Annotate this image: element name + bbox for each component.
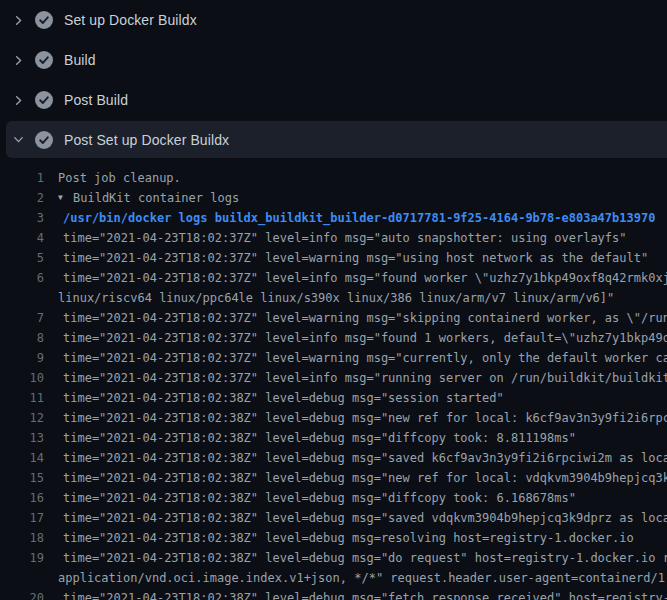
log-line-number[interactable]: 12 xyxy=(0,408,44,428)
log-line-text: time="2021-04-23T18:02:38Z" level=debug … xyxy=(63,548,667,568)
log-line-number[interactable] xyxy=(0,288,44,308)
step-header-post-build[interactable]: Post Build xyxy=(0,80,667,120)
log-line-number[interactable]: 18 xyxy=(0,528,44,548)
log-line-number[interactable]: 19 xyxy=(0,548,44,568)
log-line[interactable]: 11 time="2021-04-23T18:02:38Z" level=deb… xyxy=(0,388,667,408)
log-line[interactable]: 19 time="2021-04-23T18:02:38Z" level=deb… xyxy=(0,548,667,568)
log-line-text: time="2021-04-23T18:02:38Z" level=debug … xyxy=(63,588,667,600)
log-line[interactable]: 17 time="2021-04-23T18:02:38Z" level=deb… xyxy=(0,508,667,528)
log-line-number[interactable]: 8 xyxy=(0,328,44,348)
log-line[interactable]: 7 time="2021-04-23T18:02:37Z" level=warn… xyxy=(0,308,667,328)
log-line-number[interactable]: 11 xyxy=(0,388,44,408)
check-circle-icon xyxy=(35,91,53,109)
log-line[interactable]: 13 time="2021-04-23T18:02:38Z" level=deb… xyxy=(0,428,667,448)
log-line[interactable]: 5 time="2021-04-23T18:02:37Z" level=warn… xyxy=(0,248,667,268)
log-line-number[interactable]: 2 xyxy=(0,188,44,208)
log-line-text: time="2021-04-23T18:02:38Z" level=debug … xyxy=(63,388,504,408)
log-line[interactable]: 3 /usr/bin/docker logs buildx_buildkit_b… xyxy=(0,208,667,228)
log-line-number[interactable]: 7 xyxy=(0,308,44,328)
log-line-number[interactable]: 9 xyxy=(0,348,44,368)
step-header-set-up-docker-buildx[interactable]: Set up Docker Buildx xyxy=(0,0,667,40)
log-line[interactable]: 4 time="2021-04-23T18:02:37Z" level=info… xyxy=(0,228,667,248)
step-label: Post Set up Docker Buildx xyxy=(64,132,229,148)
log-line-text: time="2021-04-23T18:02:38Z" level=debug … xyxy=(63,408,667,428)
log-line-number[interactable]: 13 xyxy=(0,428,44,448)
log-line-number[interactable]: 1 xyxy=(0,168,44,188)
log-line-text: time="2021-04-23T18:02:38Z" level=debug … xyxy=(63,508,667,528)
log-line-text: Post job cleanup. xyxy=(58,168,181,188)
log-line[interactable]: 8 time="2021-04-23T18:02:37Z" level=info… xyxy=(0,328,667,348)
actions-log-viewer: Set up Docker Buildx Build Post Build xyxy=(0,0,667,600)
log-line[interactable]: 1 Post job cleanup. xyxy=(0,168,667,188)
log-panel: 1 Post job cleanup. 2 ▼ BuildKit contain… xyxy=(0,158,667,600)
log-line-number[interactable]: 16 xyxy=(0,488,44,508)
log-line-text: time="2021-04-23T18:02:37Z" level=warnin… xyxy=(63,308,667,328)
log-line-number[interactable]: 10 xyxy=(0,368,44,388)
log-line[interactable]: 12 time="2021-04-23T18:02:38Z" level=deb… xyxy=(0,408,667,428)
step-label: Build xyxy=(64,52,96,68)
log-line-text: time="2021-04-23T18:02:37Z" level=info m… xyxy=(63,328,667,348)
step-header-post-set-up-docker-buildx[interactable]: Post Set up Docker Buildx xyxy=(6,121,667,158)
log-line-number[interactable]: 5 xyxy=(0,248,44,268)
log-line-text: BuildKit container logs xyxy=(73,188,239,208)
log-line-text: time="2021-04-23T18:02:38Z" level=debug … xyxy=(63,428,576,448)
log-line-number[interactable]: 17 xyxy=(0,508,44,528)
log-line-number[interactable]: 4 xyxy=(0,228,44,248)
check-circle-icon xyxy=(35,11,53,29)
step-label: Set up Docker Buildx xyxy=(64,12,197,28)
log-line[interactable]: 9 time="2021-04-23T18:02:37Z" level=warn… xyxy=(0,348,667,368)
log-line-text: application/vnd.oci.image.index.v1+json,… xyxy=(58,568,667,588)
log-line-text: time="2021-04-23T18:02:38Z" level=debug … xyxy=(63,488,576,508)
log-line[interactable]: 20 time="2021-04-23T18:02:38Z" level=deb… xyxy=(0,588,667,600)
log-line[interactable]: 10 time="2021-04-23T18:02:37Z" level=inf… xyxy=(0,368,667,388)
log-line[interactable]: 6 time="2021-04-23T18:02:37Z" level=info… xyxy=(0,268,667,288)
log-line[interactable]: 2 ▼ BuildKit container logs xyxy=(0,188,667,208)
chevron-right-icon xyxy=(10,94,26,107)
triangle-down-icon[interactable]: ▼ xyxy=(58,188,73,208)
log-line[interactable]: application/vnd.oci.image.index.v1+json,… xyxy=(0,568,667,588)
log-line[interactable]: 14 time="2021-04-23T18:02:38Z" level=deb… xyxy=(0,448,667,468)
step-label: Post Build xyxy=(64,92,128,108)
chevron-down-icon xyxy=(10,133,26,146)
log-line[interactable]: 18 time="2021-04-23T18:02:38Z" level=deb… xyxy=(0,528,667,548)
log-line-text: time="2021-04-23T18:02:38Z" level=debug … xyxy=(63,468,667,488)
log-line-text: time="2021-04-23T18:02:37Z" level=info m… xyxy=(63,368,667,388)
log-line-number[interactable]: 14 xyxy=(0,448,44,468)
log-line-text: linux/riscv64 linux/ppc64le linux/s390x … xyxy=(58,288,614,308)
log-line-text: time="2021-04-23T18:02:37Z" level=warnin… xyxy=(63,248,648,268)
log-line[interactable]: 16 time="2021-04-23T18:02:38Z" level=deb… xyxy=(0,488,667,508)
log-line[interactable]: linux/riscv64 linux/ppc64le linux/s390x … xyxy=(0,288,667,308)
chevron-right-icon xyxy=(10,14,26,27)
log-line-number[interactable]: 3 xyxy=(0,208,44,228)
log-line-text: time="2021-04-23T18:02:37Z" level=info m… xyxy=(63,228,627,248)
check-circle-icon xyxy=(35,51,53,69)
step-header-build[interactable]: Build xyxy=(0,40,667,80)
log-line-number[interactable]: 6 xyxy=(0,268,44,288)
log-line-number[interactable] xyxy=(0,568,44,588)
log-line-text: time="2021-04-23T18:02:38Z" level=debug … xyxy=(63,448,667,468)
log-line-number[interactable]: 20 xyxy=(0,588,44,600)
log-line-text: time="2021-04-23T18:02:37Z" level=info m… xyxy=(63,268,667,288)
log-line-text: time="2021-04-23T18:02:38Z" level=debug … xyxy=(63,528,634,548)
step-list: Set up Docker Buildx Build Post Build xyxy=(0,0,667,158)
chevron-right-icon xyxy=(10,54,26,67)
log-line-text: time="2021-04-23T18:02:37Z" level=warnin… xyxy=(63,348,667,368)
log-line[interactable]: 15 time="2021-04-23T18:02:38Z" level=deb… xyxy=(0,468,667,488)
check-circle-icon xyxy=(35,131,53,149)
log-line-number[interactable]: 15 xyxy=(0,468,44,488)
log-line-text: /usr/bin/docker logs buildx_buildkit_bui… xyxy=(63,208,655,228)
